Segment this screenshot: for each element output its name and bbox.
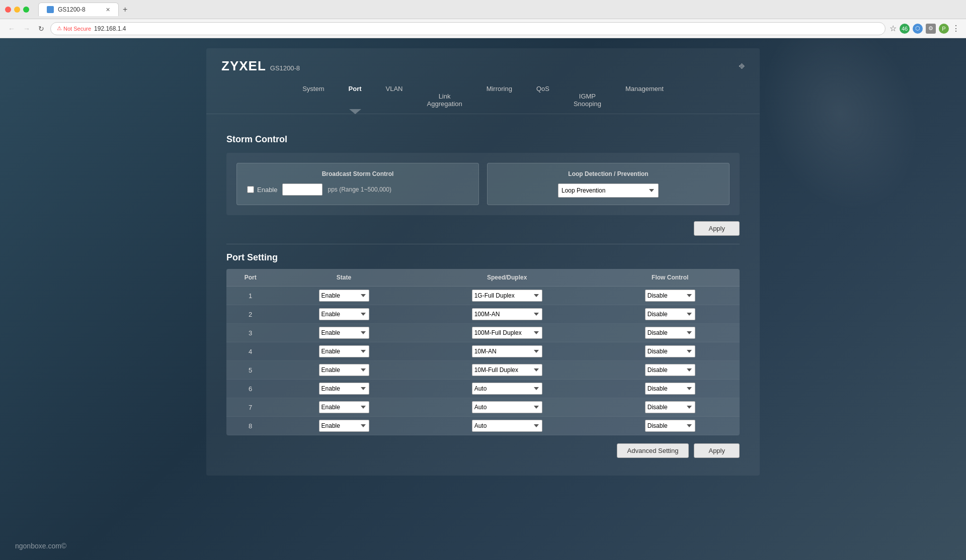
traffic-lights (5, 7, 29, 13)
table-row: 2EnableDisableAuto1G-Full Duplex100M-Ful… (226, 305, 740, 324)
browser-frame: GS1200-8 ✕ + ← → ↻ ⚠ Not Secure 192.168.… (0, 0, 966, 560)
extension-icon-1[interactable]: 46 (900, 24, 910, 34)
speed-cell-2: Auto1G-Full Duplex100M-Full Duplex100M-A… (414, 305, 601, 324)
nav-item-port[interactable]: Port (337, 79, 374, 114)
state-select-8[interactable]: EnableDisable (319, 420, 369, 432)
close-traffic-light[interactable] (5, 7, 11, 13)
flow-cell-4: EnableDisable (601, 342, 740, 361)
tab-favicon (47, 6, 54, 13)
address-text: 192.168.1.4 (94, 25, 126, 32)
speed-select-5[interactable]: Auto1G-Full Duplex100M-Full Duplex100M-A… (472, 364, 542, 376)
nav-item-system[interactable]: System (290, 79, 336, 114)
section-divider (226, 244, 740, 244)
enable-checkbox[interactable] (247, 186, 254, 193)
flow-select-2[interactable]: EnableDisable (645, 308, 695, 320)
flow-select-7[interactable]: EnableDisable (645, 401, 695, 413)
state-select-7[interactable]: EnableDisable (319, 401, 369, 413)
speed-select-3[interactable]: Auto1G-Full Duplex100M-Full Duplex100M-A… (472, 327, 542, 339)
speed-select-7[interactable]: Auto1G-Full Duplex100M-Full Duplex100M-A… (472, 401, 542, 413)
tab-close-button[interactable]: ✕ (106, 7, 110, 13)
tab-title: GS1200-8 (58, 6, 86, 13)
speed-cell-8: Auto1G-Full Duplex100M-Full Duplex100M-A… (414, 417, 601, 435)
state-select-4[interactable]: EnableDisable (319, 345, 369, 357)
port-apply-button[interactable]: Apply (694, 443, 740, 458)
state-select-2[interactable]: EnableDisable (319, 308, 369, 320)
nav-item-qos[interactable]: QoS (524, 79, 561, 114)
back-button[interactable]: ← (6, 23, 17, 35)
nav-item-link-aggregation[interactable]: Link Aggregation (415, 79, 474, 114)
port-number-4: 4 (226, 342, 274, 361)
bottom-buttons: Advanced Setting Apply (226, 443, 740, 458)
speed-cell-6: Auto1G-Full Duplex100M-Full Duplex100M-A… (414, 380, 601, 398)
extension-icon-4[interactable]: P (939, 24, 949, 34)
forward-button[interactable]: → (21, 23, 32, 35)
flow-select-5[interactable]: EnableDisable (645, 364, 695, 376)
table-row: 6EnableDisableAuto1G-Full Duplex100M-Ful… (226, 380, 740, 398)
storm-panels: Broadcast Storm Control Enable pps (Rang… (236, 163, 730, 205)
maximize-traffic-light[interactable] (23, 7, 29, 13)
flow-cell-6: EnableDisable (601, 380, 740, 398)
browser-toolbar: ← → ↻ ⚠ Not Secure 192.168.1.4 ☆ 46 ⬡ ⚙ … (0, 19, 966, 38)
table-row: 4EnableDisableAuto1G-Full Duplex100M-Ful… (226, 342, 740, 361)
nav-item-mirroring[interactable]: Mirroring (474, 79, 524, 114)
speed-select-6[interactable]: Auto1G-Full Duplex100M-Full Duplex100M-A… (472, 383, 542, 395)
brand: ZYXEL GS1200-8 (221, 58, 300, 74)
flow-cell-7: EnableDisable (601, 398, 740, 417)
flow-cell-8: EnableDisable (601, 417, 740, 435)
enable-label: Enable (257, 186, 277, 194)
flow-select-1[interactable]: EnableDisable (645, 290, 695, 302)
browser-content: ZYXEL GS1200-8 ⎆ System Port VLAN Link A… (0, 38, 966, 560)
browser-tab[interactable]: GS1200-8 ✕ (38, 3, 119, 16)
state-cell-1: EnableDisable (274, 287, 413, 305)
logout-icon[interactable]: ⎆ (739, 61, 745, 71)
table-row: 7EnableDisableAuto1G-Full Duplex100M-Ful… (226, 398, 740, 417)
table-header-row: Port State Speed/Duplex Flow Control (226, 269, 740, 287)
col-speed: Speed/Duplex (414, 269, 601, 287)
speed-select-1[interactable]: Auto1G-Full Duplex100M-Full Duplex100M-A… (472, 290, 542, 302)
address-bar[interactable]: ⚠ Not Secure 192.168.1.4 (50, 22, 886, 35)
state-select-3[interactable]: EnableDisable (319, 327, 369, 339)
state-cell-3: EnableDisable (274, 324, 413, 342)
tab-bar: GS1200-8 ✕ + (38, 3, 131, 16)
flow-cell-5: EnableDisable (601, 361, 740, 380)
speed-select-8[interactable]: Auto1G-Full Duplex100M-Full Duplex100M-A… (472, 420, 542, 432)
state-select-5[interactable]: EnableDisable (319, 364, 369, 376)
menu-icon[interactable]: ⋮ (952, 24, 960, 33)
lock-icon: ⚠ (57, 25, 62, 32)
speed-select-4[interactable]: Auto1G-Full Duplex100M-Full Duplex100M-A… (472, 345, 542, 357)
advanced-setting-button[interactable]: Advanced Setting (617, 443, 689, 458)
new-tab-button[interactable]: + (119, 3, 131, 16)
storm-control-apply-button[interactable]: Apply (694, 221, 740, 236)
brand-name: ZYXEL (221, 58, 266, 74)
speed-cell-5: Auto1G-Full Duplex100M-Full Duplex100M-A… (414, 361, 601, 380)
flow-select-8[interactable]: EnableDisable (645, 420, 695, 432)
state-select-6[interactable]: EnableDisable (319, 383, 369, 395)
col-flow: Flow Control (601, 269, 740, 287)
app-container: ZYXEL GS1200-8 ⎆ System Port VLAN Link A… (206, 48, 760, 476)
speed-select-2[interactable]: Auto1G-Full Duplex100M-Full Duplex100M-A… (472, 308, 542, 320)
port-number-2: 2 (226, 305, 274, 324)
state-cell-5: EnableDisable (274, 361, 413, 380)
loop-panel-content: Loop Prevention Loop Detection Disable (498, 183, 719, 198)
nav-item-management[interactable]: Management (613, 79, 676, 114)
flow-select-6[interactable]: EnableDisable (645, 383, 695, 395)
flow-cell-1: EnableDisable (601, 287, 740, 305)
enable-checkbox-label: Enable (247, 186, 277, 194)
nav-item-vlan[interactable]: VLAN (374, 79, 415, 114)
loop-prevention-select[interactable]: Loop Prevention Loop Detection Disable (558, 183, 659, 198)
minimize-traffic-light[interactable] (14, 7, 20, 13)
state-select-1[interactable]: EnableDisable (319, 290, 369, 302)
extension-icon-3[interactable]: ⚙ (926, 24, 936, 34)
content-area: Storm Control Broadcast Storm Control En… (206, 124, 760, 468)
flow-select-4[interactable]: EnableDisable (645, 345, 695, 357)
app-header: ZYXEL GS1200-8 ⎆ (206, 48, 760, 79)
brand-model: GS1200-8 (270, 64, 300, 72)
loop-detection-panel: Loop Detection / Prevention Loop Prevent… (487, 163, 730, 205)
flow-select-3[interactable]: EnableDisable (645, 327, 695, 339)
pps-input[interactable] (282, 183, 323, 196)
port-number-6: 6 (226, 380, 274, 398)
reload-button[interactable]: ↻ (36, 23, 46, 35)
browser-extensions: ☆ 46 ⬡ ⚙ P ⋮ (890, 24, 960, 34)
extension-icon-2[interactable]: ⬡ (913, 24, 923, 34)
nav-item-igmp-snooping[interactable]: IGMP Snooping (561, 79, 613, 114)
